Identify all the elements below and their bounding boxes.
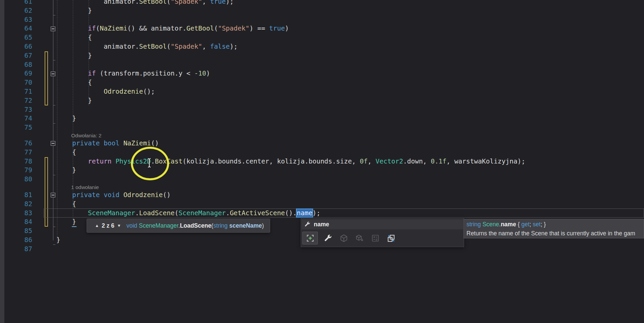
code-line: 82 { bbox=[0, 200, 644, 209]
brace-match-underline bbox=[72, 226, 77, 227]
parameter-info-tooltip: ▲ 2 z 6 ▼ void SceneManager.LoadScene(st… bbox=[87, 219, 270, 233]
code-line: 63 bbox=[0, 15, 644, 25]
line-number: 69 bbox=[10, 69, 32, 78]
line-number: 63 bbox=[10, 15, 32, 25]
codelens-row: Odwołania: 2 bbox=[0, 132, 644, 139]
code-line: 61 animator.SetBool("Spadek", true); bbox=[0, 0, 644, 6]
code-line: 83 SceneManager.LoadScene(SceneManager.G… bbox=[0, 209, 644, 218]
method-signature: void SceneManager.LoadScene(string scene… bbox=[127, 222, 264, 229]
line-number: 62 bbox=[10, 6, 32, 15]
line-number: 85 bbox=[10, 227, 32, 236]
properties-filter-icon[interactable] bbox=[322, 232, 334, 244]
code-text[interactable]: private void Odrodzenie() bbox=[56, 191, 171, 200]
line-number: 71 bbox=[10, 87, 32, 96]
next-overload-arrow[interactable]: ▼ bbox=[115, 223, 123, 228]
code-line: 79 } bbox=[0, 166, 644, 175]
code-line: 81 private void Odrodzenie() bbox=[0, 191, 644, 200]
line-number: 68 bbox=[10, 60, 32, 70]
snippets-filter-icon[interactable] bbox=[385, 232, 397, 244]
extension-methods-filter-icon[interactable] bbox=[354, 232, 365, 244]
code-line: 80 bbox=[0, 175, 644, 184]
codelens-references[interactable]: 1 odwołanie bbox=[71, 184, 99, 191]
line-number: 81 bbox=[10, 191, 32, 200]
wrench-icon bbox=[304, 221, 311, 228]
code-line: 67 } bbox=[0, 51, 644, 60]
code-text[interactable]: animator.SetBool("Spadek", false); bbox=[56, 42, 238, 51]
code-text[interactable]: return Physics2D.BoxCast(kolizja.bounds.… bbox=[56, 157, 525, 166]
code-line: 65 { bbox=[0, 33, 644, 42]
classes-filter-icon[interactable] bbox=[338, 232, 349, 244]
code-text[interactable]: { bbox=[56, 200, 76, 209]
operators-filter-icon[interactable] bbox=[369, 232, 381, 244]
completion-item-label: name bbox=[314, 221, 329, 228]
completion-item-name[interactable]: name bbox=[302, 219, 463, 229]
line-number: 78 bbox=[10, 157, 32, 166]
code-line: 69 if (transform.position.y < -10) bbox=[0, 69, 644, 78]
code-line: 76 private bool NaZiemi() bbox=[0, 139, 644, 148]
line-number: 74 bbox=[10, 114, 32, 123]
code-text[interactable]: Odrodzenie(); bbox=[56, 87, 155, 96]
code-line: 77 { bbox=[0, 148, 644, 157]
line-number: 70 bbox=[10, 78, 32, 87]
completion-popup: name bbox=[301, 218, 464, 247]
code-line: 64 if(NaZiemi() && animator.GetBool("Spa… bbox=[0, 24, 644, 33]
line-number: 83 bbox=[10, 209, 32, 218]
line-number: 87 bbox=[10, 245, 32, 254]
line-number: 61 bbox=[10, 0, 32, 6]
code-line: 72 } bbox=[0, 96, 644, 105]
code-line: 68 bbox=[0, 60, 644, 70]
quick-info-description: Returns the name of the Scene that is cu… bbox=[466, 229, 644, 238]
code-text[interactable]: if (transform.position.y < -10) bbox=[56, 69, 210, 78]
code-text[interactable]: animator.SetBool("Spadek", true); bbox=[56, 0, 234, 6]
line-number: 79 bbox=[10, 166, 32, 175]
line-number: 66 bbox=[10, 42, 32, 51]
ibeam-cursor bbox=[146, 158, 152, 169]
code-text[interactable]: SceneManager.LoadScene(SceneManager.GetA… bbox=[56, 209, 320, 218]
line-number: 84 bbox=[10, 218, 32, 227]
line-number: 73 bbox=[10, 105, 32, 114]
code-text[interactable]: } bbox=[56, 166, 76, 175]
code-text[interactable]: } bbox=[56, 218, 76, 227]
prev-overload-arrow[interactable]: ▲ bbox=[93, 223, 101, 228]
code-text[interactable]: { bbox=[56, 78, 92, 87]
line-number: 76 bbox=[10, 139, 32, 148]
code-line: 70 { bbox=[0, 78, 644, 87]
all-members-filter-icon[interactable] bbox=[302, 232, 318, 244]
line-number: 77 bbox=[10, 148, 32, 157]
line-number: 72 bbox=[10, 96, 32, 105]
code-text[interactable]: } bbox=[56, 96, 92, 105]
visual-studio-editor: 61 animator.SetBool("Spadek", true);62 }… bbox=[0, 0, 644, 323]
codelens-row: 1 odwołanie bbox=[0, 184, 644, 191]
code-text[interactable]: } bbox=[56, 236, 60, 245]
completion-filter-toolbar bbox=[301, 230, 464, 247]
codelens-references[interactable]: Odwołania: 2 bbox=[71, 132, 101, 139]
overload-counter: 2 z 6 bbox=[101, 222, 115, 229]
quick-info-tooltip: string Scene.name { get; set; } Returns … bbox=[463, 219, 644, 238]
line-number: 82 bbox=[10, 200, 32, 209]
code-line: 74 } bbox=[0, 114, 644, 123]
line-number: 86 bbox=[10, 236, 32, 245]
code-text[interactable]: if(NaZiemi() && animator.GetBool("Spadek… bbox=[56, 24, 289, 33]
line-number: 64 bbox=[10, 24, 32, 33]
code-line: 78 return Physics2D.BoxCast(kolizja.boun… bbox=[0, 157, 644, 166]
code-line: 75 bbox=[0, 123, 644, 132]
quick-info-signature: string Scene.name { get; set; } bbox=[466, 220, 644, 229]
code-text[interactable]: { bbox=[56, 148, 76, 157]
line-number: 67 bbox=[10, 51, 32, 60]
code-text[interactable]: } bbox=[56, 6, 92, 15]
line-number: 65 bbox=[10, 33, 32, 42]
line-number: 80 bbox=[10, 175, 32, 184]
code-line: 62 } bbox=[0, 6, 644, 15]
code-line: 66 animator.SetBool("Spadek", false); bbox=[0, 42, 644, 51]
code-line: 73 bbox=[0, 105, 644, 114]
code-text[interactable]: } bbox=[56, 114, 76, 123]
code-editor[interactable]: 61 animator.SetBool("Spadek", true);62 }… bbox=[0, 0, 644, 254]
code-text[interactable]: private bool NaZiemi() bbox=[56, 139, 159, 148]
line-number: 75 bbox=[10, 123, 32, 132]
code-text[interactable]: } bbox=[56, 51, 92, 60]
code-line: 71 Odrodzenie(); bbox=[0, 87, 644, 96]
code-text[interactable]: { bbox=[56, 33, 92, 42]
